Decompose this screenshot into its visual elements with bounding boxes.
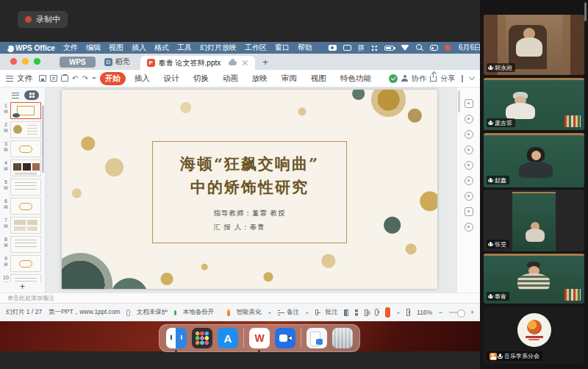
wifi-icon[interactable] bbox=[401, 45, 409, 51]
zoom-out-button[interactable]: − bbox=[439, 309, 442, 316]
menubar-app-name[interactable]: WPS Office bbox=[15, 44, 55, 52]
menu-view[interactable]: 视图 bbox=[109, 43, 123, 53]
meeting-scrollbar[interactable] bbox=[584, 2, 587, 21]
thumbnail-scrollbar[interactable] bbox=[42, 105, 44, 173]
ribbon-tab-view[interactable]: 视图 bbox=[306, 72, 331, 85]
undo-icon[interactable] bbox=[72, 75, 78, 82]
display-icon[interactable] bbox=[343, 45, 351, 51]
menu-slideshow[interactable]: 幻灯片放映 bbox=[200, 43, 237, 53]
print-icon[interactable] bbox=[61, 75, 68, 82]
trash-icon[interactable] bbox=[332, 328, 353, 348]
tab-docer[interactable]: D 稻壳 bbox=[104, 57, 130, 67]
close-window-button[interactable] bbox=[10, 58, 17, 65]
resources-icon[interactable] bbox=[465, 176, 473, 185]
animation-indicator-icon[interactable] bbox=[4, 224, 8, 228]
ribbon-tab-home[interactable]: 开始 bbox=[100, 72, 126, 85]
notes-bar[interactable]: 单击此处添加备注 bbox=[0, 293, 480, 303]
animation-indicator-icon[interactable] bbox=[4, 110, 8, 113]
thumbnail-view-icon[interactable] bbox=[24, 90, 39, 100]
participant-video-1[interactable]: 郭永府 bbox=[484, 15, 584, 75]
normal-view-icon[interactable] bbox=[344, 309, 348, 316]
participant-video-6[interactable]: 音乐学系分会 bbox=[484, 307, 584, 364]
beautify-icon[interactable] bbox=[465, 161, 473, 170]
meeting-app-dock-icon[interactable] bbox=[275, 328, 295, 348]
animation-indicator-icon[interactable] bbox=[4, 148, 8, 151]
slide-thumbnail-3[interactable] bbox=[10, 140, 41, 157]
close-tab-icon[interactable] bbox=[242, 60, 248, 66]
menu-file[interactable]: 文件 bbox=[63, 43, 78, 53]
animation-indicator-icon[interactable] bbox=[4, 129, 8, 132]
animation-indicator-icon[interactable] bbox=[4, 243, 8, 247]
animation-indicator-icon[interactable] bbox=[4, 186, 8, 190]
menu-window[interactable]: 窗口 bbox=[275, 43, 290, 53]
cloud-sync-icon[interactable] bbox=[229, 61, 237, 65]
reading-view-icon[interactable] bbox=[365, 309, 368, 316]
slide-thumbnail-6[interactable] bbox=[10, 198, 41, 215]
export-icon[interactable] bbox=[50, 75, 57, 82]
ribbon-tab-design[interactable]: 设计 bbox=[159, 72, 184, 85]
slide-thumbnail-8[interactable] bbox=[10, 236, 41, 253]
new-tab-button[interactable]: + bbox=[262, 57, 268, 68]
wps-home-button[interactable]: WPS bbox=[60, 57, 96, 68]
slide-thumbnail-4[interactable] bbox=[10, 160, 41, 176]
clipboard-icon[interactable] bbox=[465, 207, 473, 216]
animation-indicator-icon[interactable] bbox=[4, 205, 8, 209]
notes-dropdown-icon[interactable] bbox=[306, 312, 309, 315]
quickbar-dropdown-icon[interactable] bbox=[92, 77, 96, 82]
rehearse-timer-icon[interactable] bbox=[375, 309, 379, 316]
play-dropdown-icon[interactable] bbox=[397, 312, 400, 315]
ribbon-file-menu[interactable]: 文件 bbox=[17, 74, 32, 84]
search-icon[interactable] bbox=[416, 44, 423, 51]
slide-thumbnail-7[interactable] bbox=[10, 217, 41, 234]
documents-dock-icon[interactable] bbox=[306, 328, 327, 348]
keyboard-icon[interactable] bbox=[371, 45, 378, 51]
canvas-scrollbar[interactable] bbox=[458, 90, 460, 112]
properties-icon[interactable] bbox=[465, 99, 473, 108]
protection-status[interactable]: 文档未保护 bbox=[137, 308, 168, 317]
shapes-icon[interactable] bbox=[465, 115, 473, 123]
participant-video-2[interactable]: 庞吉菲 bbox=[484, 78, 584, 130]
finder-icon[interactable] bbox=[166, 328, 187, 348]
input-method-icon[interactable]: 拼 bbox=[358, 44, 365, 51]
fit-window-icon[interactable] bbox=[406, 309, 410, 316]
backup-status[interactable]: 本地备份开 bbox=[183, 308, 215, 317]
participant-video-5[interactable]: 奉青 bbox=[484, 254, 584, 304]
animation-indicator-icon[interactable] bbox=[4, 167, 8, 171]
participant-video-4[interactable]: 张旻 bbox=[484, 190, 584, 251]
slide-sorter-view-icon[interactable] bbox=[355, 309, 358, 316]
comment-tool-icon[interactable] bbox=[465, 223, 473, 232]
minimize-window-button[interactable] bbox=[22, 58, 29, 65]
menu-workspace[interactable]: 工作区 bbox=[245, 43, 267, 53]
zoom-in-button[interactable]: + bbox=[470, 309, 474, 316]
menu-edit[interactable]: 编辑 bbox=[86, 43, 101, 53]
slide-thumbnail-1[interactable] bbox=[10, 102, 41, 119]
current-slide[interactable]: 海顿“狂飙交响曲” 中的矫饰性研究 指导教师：董蓉 教授 汇 报 人：奉青 bbox=[62, 90, 437, 289]
camera-icon[interactable] bbox=[465, 146, 473, 154]
screen-record-status-icon[interactable] bbox=[445, 45, 451, 51]
save-icon[interactable] bbox=[39, 75, 46, 82]
collaborate-button[interactable]: 协作 bbox=[412, 74, 426, 84]
share-button[interactable]: 分享 bbox=[440, 74, 455, 84]
animation-indicator-icon[interactable] bbox=[4, 262, 8, 266]
notes-button[interactable]: 备注 bbox=[287, 308, 299, 317]
ribbon-tab-review[interactable]: 审阅 bbox=[276, 72, 302, 85]
slide-thumbnail-9[interactable] bbox=[10, 255, 41, 272]
outline-view-icon[interactable] bbox=[12, 93, 19, 98]
comments-button[interactable]: 批注 bbox=[325, 308, 337, 317]
history-icon[interactable] bbox=[465, 192, 473, 201]
menu-help[interactable]: 帮助 bbox=[298, 43, 312, 53]
hamburger-menu-icon[interactable] bbox=[6, 76, 13, 82]
account-icon[interactable] bbox=[465, 130, 473, 139]
slide-thumbnail-5[interactable] bbox=[10, 179, 41, 196]
beautify-dropdown-icon[interactable] bbox=[268, 312, 271, 315]
menu-tools[interactable]: 工具 bbox=[177, 43, 192, 53]
menu-insert[interactable]: 插入 bbox=[132, 43, 146, 53]
wps-office-dock-icon[interactable]: W bbox=[249, 328, 270, 348]
beautify-button[interactable]: 智能美化 bbox=[237, 308, 262, 317]
sync-status-icon[interactable] bbox=[389, 74, 398, 83]
zoom-slider[interactable] bbox=[449, 312, 464, 313]
slide-thumbnail-2[interactable] bbox=[10, 121, 41, 138]
ribbon-tab-slideshow[interactable]: 放映 bbox=[247, 72, 273, 85]
menu-format[interactable]: 格式 bbox=[154, 43, 169, 53]
add-slide-button[interactable]: + bbox=[0, 282, 45, 293]
